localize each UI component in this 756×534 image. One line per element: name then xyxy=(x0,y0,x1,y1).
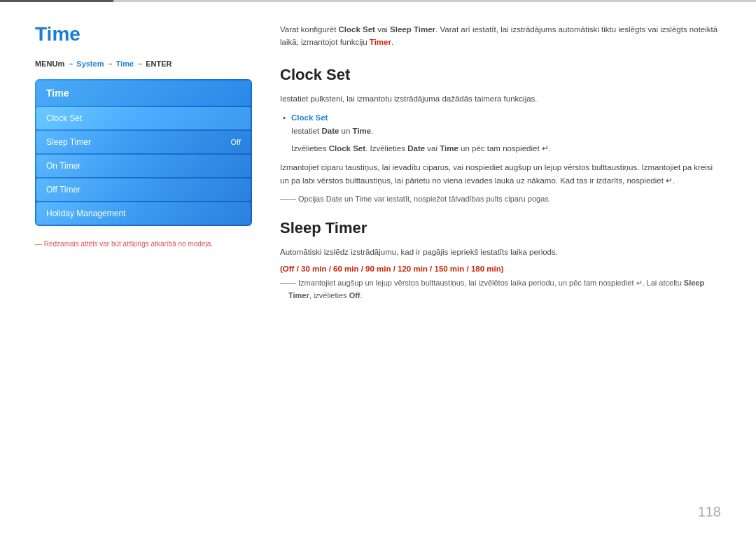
page-number: 118 xyxy=(698,504,721,520)
sleep-timer-note: ― Izmantojiet augšup un lejup vērstos bu… xyxy=(280,277,721,302)
clock-set-bullet-date: Date xyxy=(321,127,339,135)
menu-item-sleep-timer[interactable]: Sleep Timer Off xyxy=(36,131,251,153)
menu-item-off-timer-label: Off Timer xyxy=(46,185,80,195)
nav-time: Time xyxy=(116,59,134,68)
line2-clock: Clock Set xyxy=(329,144,365,153)
menu-item-sleep-timer-label: Sleep Timer xyxy=(46,137,91,147)
sleep-timer-title: Sleep Timer xyxy=(280,219,721,237)
nav-arrow1: → xyxy=(66,59,74,68)
intro-paragraph: Varat konfigurēt Clock Set vai Sleep Tim… xyxy=(280,23,721,49)
clock-set-line2: Izvēlieties Clock Set. Izvēlieties Date … xyxy=(291,142,721,155)
sleep-note-start: ― Izmantojiet augšup un lejup vērstos bu… xyxy=(288,279,684,287)
intro-text4: . xyxy=(391,38,393,46)
nav-system: System xyxy=(76,59,104,68)
line2-start: Izvēlieties xyxy=(291,144,329,153)
intro-text1: Varat konfigurēt xyxy=(280,25,339,34)
clock-set-section: Clock Set Iestatiet pulksteni, lai izman… xyxy=(280,66,721,205)
menu-item-sleep-timer-value: Off xyxy=(231,138,241,146)
intro-sleep-timer: Sleep Timer xyxy=(390,25,435,34)
nav-arrow3: → xyxy=(136,59,144,68)
sleep-note-end: . xyxy=(360,291,363,300)
line2-mid: . Izvēlieties xyxy=(365,144,407,153)
line3-text: Izmantojiet ciparu taustiņus, lai ievadī… xyxy=(280,163,713,185)
clock-set-title: Clock Set xyxy=(280,66,721,84)
clock-set-description: Iestatiet pulksteni, lai izmantotu izstr… xyxy=(280,92,721,106)
clock-set-bullet-un: un xyxy=(339,127,352,135)
sleep-timer-section: Sleep Timer Automātiski izslēdz izstrādā… xyxy=(280,219,721,302)
clock-set-bullet-label: Clock Set xyxy=(291,113,328,122)
nav-enter: ENTER xyxy=(146,59,172,68)
menu-label: MENU xyxy=(35,59,57,68)
menu-item-clock-set-label: Clock Set xyxy=(46,113,82,123)
clock-set-bullet-text: Iestatiet xyxy=(291,127,321,135)
line2-end: un pēc tam nospiediet ↵. xyxy=(458,144,551,153)
menu-item-off-timer[interactable]: Off Timer xyxy=(36,178,251,201)
menu-nav: MENUm → System → Time → ENTER xyxy=(35,59,252,68)
sleep-timer-description: Automātiski izslēdz izstrādājumu, kad ir… xyxy=(280,246,721,259)
intro-timer: Timer xyxy=(370,38,391,46)
nav-arrow2: → xyxy=(106,59,114,68)
sleep-note-off: Off xyxy=(349,291,360,300)
clock-set-line3: Izmantojiet ciparu taustiņus, lai ievadī… xyxy=(280,161,721,188)
menu-panel: Time Clock Set Sleep Timer Off On Timer … xyxy=(35,79,252,226)
menu-item-holiday-management[interactable]: Holiday Management xyxy=(36,202,251,225)
page-container: Time MENUm → System → Time → ENTER Time … xyxy=(0,0,756,534)
line2-vai: vai xyxy=(425,144,440,153)
menu-item-clock-set[interactable]: Clock Set xyxy=(36,107,251,129)
right-column: Varat konfigurēt Clock Set vai Sleep Tim… xyxy=(280,23,721,520)
clock-set-note-text: ― Opcijas Date un Time var iestatīt, nos… xyxy=(288,195,551,203)
line2-date: Date xyxy=(407,144,425,153)
clock-set-bullet-time: Time xyxy=(353,127,372,135)
clock-set-bullet: Clock Set Iestatiet Date un Time. xyxy=(291,111,721,138)
sleep-note-mid: , izvēlieties xyxy=(309,291,349,300)
page-title: Time xyxy=(35,23,252,45)
menu-header: Time xyxy=(36,80,251,106)
sleep-timer-options: (Off / 30 min / 60 min / 90 min / 120 mi… xyxy=(280,265,721,273)
menu-item-holiday-management-label: Holiday Management xyxy=(46,209,125,218)
left-footnote: ― Redzamais attēls var būt atšķirīgs atk… xyxy=(35,240,252,248)
line2-time: Time xyxy=(440,144,458,153)
clock-set-note: ― Opcijas Date un Time var iestatīt, nos… xyxy=(280,193,721,206)
intro-text2: vai xyxy=(375,25,390,34)
left-column: Time MENUm → System → Time → ENTER Time … xyxy=(35,23,252,520)
menu-item-on-timer-label: On Timer xyxy=(46,161,80,171)
intro-clock-set: Clock Set xyxy=(339,25,375,34)
menu-item-on-timer[interactable]: On Timer xyxy=(36,155,251,177)
content-area: Time MENUm → System → Time → ENTER Time … xyxy=(0,2,756,534)
